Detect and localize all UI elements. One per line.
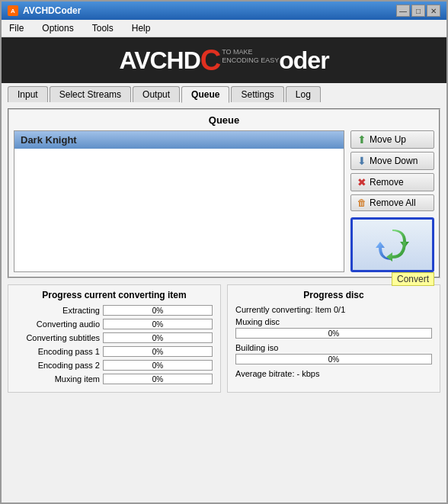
building-iso-row: Building iso 0%: [235, 343, 432, 364]
menu-options[interactable]: Options: [37, 21, 78, 35]
menu-help[interactable]: Help: [127, 21, 155, 35]
queue-section: Dark Knight ⬆ Move Up ⬇ Move Down ✖ Remo…: [14, 130, 434, 272]
muxing-disc-bar: 0%: [235, 328, 432, 339]
average-bitrate-text: Average bitrate: - kbps: [235, 369, 432, 378]
queue-panel: Queue Dark Knight ⬆ Move Up ⬇ Move Down …: [8, 108, 440, 278]
move-down-label: Move Down: [370, 156, 418, 166]
encoding-pass1-pct: 0%: [152, 348, 163, 356]
converting-subtitles-pct: 0%: [152, 334, 163, 342]
muxing-item-pct: 0%: [152, 375, 163, 384]
remove-label: Remove: [370, 177, 404, 188]
muxing-item-bar: 0%: [103, 374, 213, 384]
bottom-panels: Progress current converting item Extract…: [8, 284, 440, 393]
extracting-bar: 0%: [103, 305, 213, 316]
logo-c: C: [200, 44, 220, 77]
convert-btn-container: Convert: [350, 217, 434, 272]
muxing-item-row: Muxing item 0%: [16, 374, 213, 384]
converting-subtitles-bar: 0%: [103, 332, 213, 343]
remove-all-label: Remove All: [370, 197, 416, 208]
title-bar-left: A AVCHDCoder: [8, 5, 81, 16]
tab-queue[interactable]: Queue: [181, 86, 229, 103]
progress-disc-title: Progress disc: [235, 290, 432, 300]
tab-log[interactable]: Log: [286, 86, 321, 102]
progress-current-title: Progress current converting item: [16, 290, 213, 300]
move-down-button[interactable]: ⬇ Move Down: [350, 152, 434, 170]
title-bar-buttons: — □ ✕: [396, 5, 440, 17]
queue-buttons: ⬆ Move Up ⬇ Move Down ✖ Remove 🗑 Remove …: [350, 130, 434, 272]
remove-button[interactable]: ✖ Remove: [350, 173, 434, 191]
remove-all-button[interactable]: 🗑 Remove All: [350, 194, 434, 211]
logo-area: AVCHD C TO MAKE ENCODING EASY oder: [2, 37, 446, 83]
muxing-disc-label: Muxing disc: [235, 317, 432, 326]
extracting-label: Extracting: [16, 306, 100, 315]
tab-select-streams[interactable]: Select Streams: [50, 86, 131, 102]
tab-input[interactable]: Input: [8, 86, 48, 102]
converting-subtitles-label: Converting subtitles: [16, 333, 100, 342]
move-up-button[interactable]: ⬆ Move Up: [350, 130, 434, 149]
logo-oder: oder: [279, 47, 328, 75]
encoding-pass1-bar: 0%: [103, 346, 213, 357]
menu-bar: File Options Tools Help: [2, 20, 446, 37]
extracting-pct: 0%: [152, 307, 163, 315]
progress-disc-panel: Progress disc Currently converting: Item…: [227, 284, 440, 393]
close-button[interactable]: ✕: [427, 5, 440, 17]
tabs-row: Input Select Streams Output Queue Settin…: [2, 83, 446, 102]
move-up-label: Move Up: [370, 134, 406, 145]
currently-converting-text: Currently converting: Item 0/1: [235, 305, 432, 314]
converting-audio-bar: 0%: [103, 319, 213, 329]
building-iso-bar: 0%: [235, 354, 432, 364]
muxing-disc-row: Muxing disc 0%: [235, 317, 432, 339]
title-bar: A AVCHDCoder — □ ✕: [2, 2, 446, 20]
logo-avchd: AVCHD: [119, 47, 200, 75]
progress-current-panel: Progress current converting item Extract…: [8, 284, 221, 393]
convert-arrows-icon: [374, 226, 411, 263]
encoding-pass2-row: Encoding pass 2 0%: [16, 360, 213, 371]
building-iso-pct: 0%: [328, 355, 339, 364]
convert-label: Convert: [392, 272, 434, 286]
arrow-down-icon: ⬇: [357, 155, 366, 167]
tab-output[interactable]: Output: [133, 86, 180, 102]
tab-settings[interactable]: Settings: [231, 86, 283, 102]
muxing-item-label: Muxing item: [16, 374, 100, 384]
building-iso-label: Building iso: [235, 343, 432, 352]
encoding-pass2-bar: 0%: [103, 360, 213, 371]
converting-subtitles-row: Converting subtitles 0%: [16, 332, 213, 343]
muxing-disc-pct: 0%: [328, 329, 339, 338]
encoding-pass1-label: Encoding pass 1: [16, 347, 100, 356]
remove-icon: ✖: [357, 176, 366, 188]
converting-audio-pct: 0%: [152, 320, 163, 329]
window-title: AVCHDCoder: [23, 5, 81, 16]
encoding-pass2-pct: 0%: [152, 361, 163, 370]
main-content: Queue Dark Knight ⬆ Move Up ⬇ Move Down …: [2, 102, 446, 502]
encoding-pass2-label: Encoding pass 2: [16, 361, 100, 370]
remove-all-icon: 🗑: [357, 197, 366, 208]
queue-panel-title: Queue: [14, 114, 434, 126]
queue-list[interactable]: Dark Knight: [14, 130, 344, 272]
minimize-button[interactable]: —: [396, 5, 410, 17]
extracting-row: Extracting 0%: [16, 305, 213, 316]
app-icon: A: [8, 5, 18, 16]
converting-audio-label: Converting audio: [16, 319, 100, 329]
logo-tagline: TO MAKE ENCODING EASY: [222, 48, 279, 65]
menu-file[interactable]: File: [5, 21, 28, 35]
converting-audio-row: Converting audio 0%: [16, 319, 213, 329]
encoding-pass1-row: Encoding pass 1 0%: [16, 346, 213, 357]
maximize-button[interactable]: □: [411, 5, 425, 17]
arrow-up-icon: ⬆: [357, 133, 366, 146]
menu-tools[interactable]: Tools: [88, 21, 118, 35]
convert-button[interactable]: [350, 217, 434, 272]
main-window: A AVCHDCoder — □ ✕ File Options Tools He…: [0, 0, 448, 504]
queue-item[interactable]: Dark Knight: [14, 131, 344, 149]
